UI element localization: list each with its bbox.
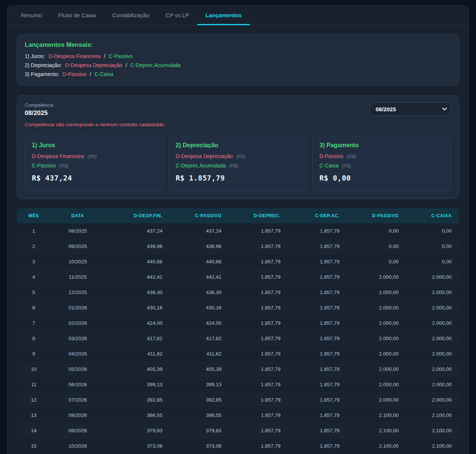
table-cell: 01/2026 (51, 300, 105, 315)
lancamentos-table-section: MÊSDATAD-DESP.FIN.C-PASSIVOD-DEPREC.C-DE… (17, 208, 459, 454)
table-cell: 442,41 (164, 269, 223, 285)
tab-resumo[interactable]: Resumo (13, 6, 50, 25)
table-row: 803/2026417,82417,821.857,791.857,792.00… (17, 331, 459, 346)
competencia-label: Competência (25, 102, 54, 108)
table-cell: 2.100,00 (400, 423, 459, 438)
card-depreciacao: 2) Depreciação D-Despesa Depreciação (R$… (169, 136, 307, 192)
card-juros: 1) Juros D-Despesa Financeira (R$) C-Pas… (25, 136, 164, 192)
entry-cards: 1) Juros D-Despesa Financeira (R$) C-Pas… (25, 136, 451, 192)
legend-label: 1) Juros: (25, 53, 45, 59)
table-cell: 373,08 (105, 438, 164, 454)
competencia-select[interactable]: 08/2025 (370, 102, 451, 116)
table-cell: 10/2026 (51, 438, 105, 454)
table-cell: 1.857,79 (223, 239, 282, 254)
table-cell: 1.857,79 (223, 392, 282, 408)
table-cell: 1.857,79 (223, 223, 282, 239)
card-credit-line: C-Passivo (R$) (32, 163, 157, 169)
legend-panel: Lançamentos Mensais: 1) Juros: D-Despesa… (17, 34, 459, 86)
legend-separator: / (104, 53, 106, 59)
table-cell: 15 (17, 438, 51, 454)
table-cell: 1.857,79 (282, 269, 341, 285)
tab-contabilizacao[interactable]: Contabilização (104, 6, 157, 25)
table-cell: 06/2026 (51, 377, 105, 392)
table-cell: 11/2025 (51, 269, 105, 285)
currency-suffix: (R$) (342, 163, 351, 169)
competencia-panel: Competência 08/2025 08/2025 Competência … (17, 95, 459, 199)
legend-label: 2) Depreciação: (25, 62, 62, 68)
table-cell: 1.857,79 (282, 300, 341, 315)
card-amount: R$ 0,00 (319, 174, 444, 182)
table-cell: 1.857,79 (223, 315, 282, 331)
table-cell: 03/2026 (51, 331, 105, 346)
table-body: 108/2025437,24437,241.857,791.857,790,00… (17, 223, 459, 454)
table-row: 209/2025438,96438,961.857,791.857,790,00… (17, 239, 459, 254)
table-cell: 399,13 (105, 377, 164, 392)
table-row: 1510/2026373,08373,081.857,791.857,792.1… (17, 438, 459, 454)
table-row: 512/2025436,30436,301.857,791.857,792.00… (17, 285, 459, 300)
table-cell: 440,68 (164, 254, 223, 269)
table-cell: 2.000,00 (341, 285, 400, 300)
table-cell: 1.857,79 (223, 285, 282, 300)
table-cell: 430,16 (105, 300, 164, 315)
card-pagamento: 3) Pagamento D-Passivo (R$) C-Caixa (R$)… (312, 136, 451, 192)
table-cell: 392,85 (105, 392, 164, 408)
table-cell: 2.100,00 (341, 438, 400, 454)
debit-account: D-Despesa Depreciação (176, 153, 233, 159)
column-header: DATA (51, 208, 105, 223)
table-cell: 379,83 (164, 423, 223, 438)
table-cell: 1.857,79 (282, 438, 341, 454)
table-cell: 2.000,00 (400, 377, 459, 392)
currency-suffix: (R$) (229, 163, 239, 169)
tab-fluxo-de-caixa[interactable]: Fluxo de Caixa (50, 6, 104, 25)
legend-debit-account: D-Despesa Financeira (48, 53, 100, 59)
competencia-warning: Competência não corresponde a nenhum con… (25, 122, 451, 127)
credit-account: C-Deprec.Acumulada (176, 163, 226, 169)
tab-content: Lançamentos Mensais: 1) Juros: D-Despesa… (7, 25, 469, 454)
table-cell: 7 (17, 315, 51, 331)
table-cell: 05/2026 (51, 361, 105, 377)
table-cell: 14 (17, 423, 51, 438)
table-cell: 1.857,79 (282, 254, 341, 269)
table-cell: 1.857,79 (282, 285, 341, 300)
tab-lancamentos[interactable]: Lançamentos (197, 6, 250, 25)
lancamentos-table: MÊSDATAD-DESP.FIN.C-PASSIVOD-DEPREC.C-DE… (17, 208, 459, 454)
table-cell: 405,39 (105, 361, 164, 377)
table-row: 108/2025437,24437,241.857,791.857,790,00… (17, 223, 459, 239)
table-cell: 2 (17, 239, 51, 254)
credit-account: C-Passivo (32, 163, 56, 169)
table-cell: 1.857,79 (223, 408, 282, 423)
tab-cp-vs-lp[interactable]: CP vs LP (157, 6, 197, 25)
table-head: MÊSDATAD-DESP.FIN.C-PASSIVOD-DEPREC.C-DE… (17, 208, 459, 223)
table-cell: 2.000,00 (341, 315, 400, 331)
table-cell: 1.857,79 (282, 377, 341, 392)
table-cell: 3 (17, 254, 51, 269)
debit-account: D-Passivo (319, 153, 343, 159)
tab-bar: Resumo Fluxo de Caixa Contabilização CP … (7, 6, 469, 25)
legend-debit-account: D-Passivo (63, 71, 87, 77)
table-cell: 2.000,00 (400, 392, 459, 408)
table-cell: 1.857,79 (223, 423, 282, 438)
table-row: 1106/2026399,13399,131.857,791.857,792.0… (17, 377, 459, 392)
table-cell: 1.857,79 (282, 346, 341, 361)
table-row: 904/2026411,62411,621.857,791.857,792.00… (17, 346, 459, 361)
table-cell: 1.857,79 (282, 223, 341, 239)
table-row: 310/2025440,68440,681.857,791.857,790,00… (17, 254, 459, 269)
table-cell: 6 (17, 300, 51, 315)
table-cell: 2.000,00 (400, 285, 459, 300)
table-cell: 438,96 (164, 239, 223, 254)
table-cell: 09/2026 (51, 423, 105, 438)
currency-suffix: (R$) (236, 154, 245, 159)
competencia-select-input[interactable]: 08/2025 (370, 102, 451, 116)
table-cell: 0,00 (341, 254, 400, 269)
table-row: 702/2026424,00424,001.857,791.857,792.00… (17, 315, 459, 331)
table-cell: 2.100,00 (341, 423, 400, 438)
table-cell: 1.857,79 (282, 239, 341, 254)
table-cell: 386,55 (105, 408, 164, 423)
table-cell: 08/2026 (51, 408, 105, 423)
table-cell: 436,30 (164, 285, 223, 300)
currency-suffix: (R$) (59, 163, 69, 169)
table-cell: 440,68 (105, 254, 164, 269)
table-cell: 02/2026 (51, 315, 105, 331)
table-cell: 2.000,00 (341, 361, 400, 377)
table-cell: 2.000,00 (400, 361, 459, 377)
